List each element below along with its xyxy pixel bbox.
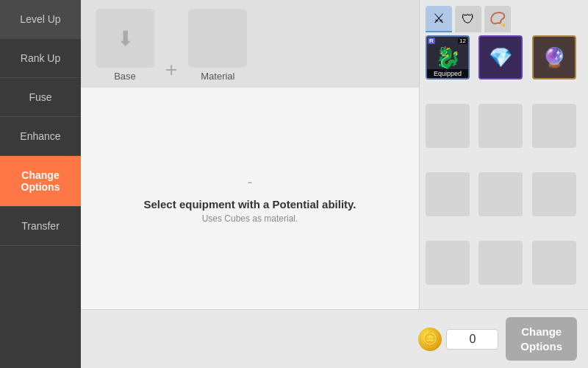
sidebar-item-change-options[interactable]: Change Options: [0, 156, 81, 207]
slot-row: ⬇ Base + Material: [81, 0, 419, 86]
necklace-tab[interactable]: 📿: [484, 6, 511, 32]
base-slot[interactable]: ⬇: [96, 9, 154, 68]
grid-cell-cell-11[interactable]: [478, 241, 523, 285]
base-slot-container: ⬇ Base: [96, 9, 154, 82]
badge-num: 12: [458, 38, 467, 44]
weapon-tab[interactable]: ⚔: [426, 6, 452, 32]
gem2-icon: 🔮: [534, 37, 575, 78]
change-options-button[interactable]: Change Options: [506, 317, 577, 361]
grid-cell-cell-8[interactable]: [478, 172, 523, 216]
change-btn-line1: Change: [521, 325, 562, 338]
material-label: Material: [201, 71, 234, 82]
material-slot-container: Material: [188, 9, 247, 82]
info-section: - Select equipment with a Potential abil…: [81, 86, 419, 309]
grid-cell-cell-2[interactable]: 💎: [478, 35, 523, 79]
grid-cell-cell-4[interactable]: [426, 104, 470, 148]
top-row: ⬇ Base + Material - Select equipment wit…: [81, 0, 588, 309]
info-dash: -: [248, 174, 253, 191]
download-icon: ⬇: [117, 26, 134, 51]
grid-cell-cell-9[interactable]: [532, 172, 576, 216]
gem-icon: 💎: [480, 37, 521, 78]
grid-cell-cell-1[interactable]: R 12 🐉 Equipped: [426, 35, 470, 79]
right-panel: ⚔🛡📿 R 12 🐉 Equipped 💎🔮: [419, 0, 588, 309]
badge-r: R: [428, 38, 435, 44]
sidebar-item-fuse[interactable]: Fuse: [0, 78, 81, 117]
coin-amount: 0: [446, 329, 498, 350]
material-slot[interactable]: [188, 9, 247, 68]
grid-cell-cell-10[interactable]: [426, 241, 470, 285]
sidebar-item-level-up[interactable]: Level Up: [0, 0, 81, 39]
grid-cell-cell-5[interactable]: [478, 104, 523, 148]
equipped-label: Equipped: [427, 69, 468, 78]
grid-cell-cell-12[interactable]: [532, 241, 576, 285]
coin-area: 🪙 0: [418, 328, 498, 351]
change-btn-line2: Options: [520, 340, 562, 353]
grid-cell-cell-3[interactable]: 🔮: [532, 35, 576, 79]
sidebar-item-rank-up[interactable]: Rank Up: [0, 39, 81, 78]
grid-cell-cell-7[interactable]: [426, 172, 470, 216]
sidebar: Level UpRank UpFuseEnhanceChange Options…: [0, 0, 81, 368]
item-display: ⬇ Base + Material - Select equipment wit…: [81, 0, 419, 309]
sidebar-item-transfer[interactable]: Transfer: [0, 207, 81, 246]
plus-icon: +: [162, 58, 181, 82]
main-content: ⬇ Base + Material - Select equipment wit…: [81, 0, 588, 368]
sidebar-item-enhance[interactable]: Enhance: [0, 117, 81, 156]
info-subtitle: Uses Cubes as material.: [202, 213, 298, 224]
item-grid: R 12 🐉 Equipped 💎🔮: [420, 32, 588, 309]
base-label: Base: [114, 71, 136, 82]
tabs-row: ⚔🛡📿: [420, 0, 588, 32]
bottom-bar: 🪙 0 Change Options: [81, 309, 588, 368]
shield-tab[interactable]: 🛡: [455, 6, 481, 32]
info-title: Select equipment with a Potential abilit…: [144, 198, 356, 210]
grid-cell-cell-6[interactable]: [532, 104, 576, 148]
coin-icon: 🪙: [418, 328, 442, 351]
